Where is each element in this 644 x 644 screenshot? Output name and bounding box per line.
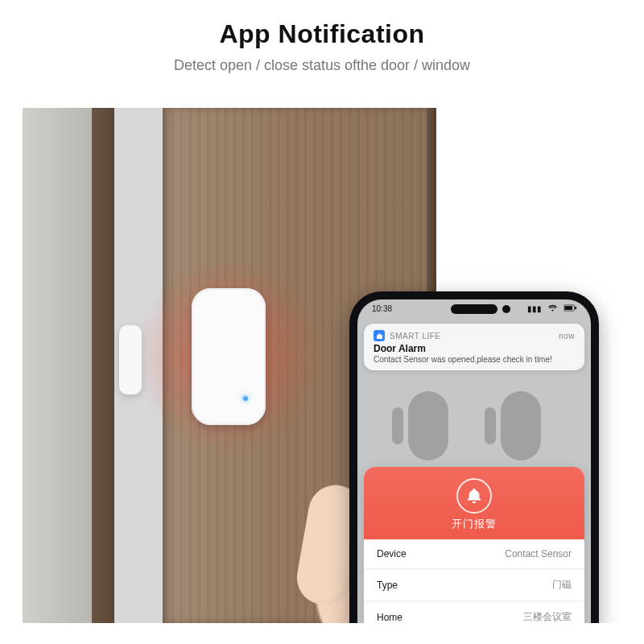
notif-title: Door Alarm bbox=[374, 343, 575, 354]
notif-app-name: SMART LIFE bbox=[390, 332, 441, 341]
door-frame bbox=[92, 108, 114, 623]
phone-screen: 10:38 ▮▮▮ bbox=[357, 299, 591, 623]
page-subtitle: Detect open / close status ofthe door / … bbox=[0, 49, 644, 74]
wall bbox=[23, 108, 92, 623]
sensor-magnet bbox=[119, 325, 142, 394]
status-time: 10:38 bbox=[372, 304, 392, 313]
battery-icon bbox=[564, 304, 576, 313]
page-title: App Notification bbox=[0, 0, 644, 49]
row-device: Device Contact Sensor bbox=[364, 539, 584, 568]
alarm-card-header: 开门报警 bbox=[364, 467, 584, 539]
bell-icon bbox=[456, 478, 492, 514]
sensor-led-icon bbox=[243, 396, 248, 401]
product-photo: 10:38 ▮▮▮ bbox=[23, 108, 621, 623]
frame bbox=[621, 0, 644, 644]
background-shapes bbox=[357, 377, 591, 467]
notif-message: Contact Sensor was opened,please check i… bbox=[374, 355, 575, 364]
signal-icon: ▮▮▮ bbox=[527, 304, 542, 313]
push-notification[interactable]: SMART LIFE now Door Alarm Contact Sensor… bbox=[364, 324, 584, 370]
frame bbox=[0, 623, 644, 644]
header: App Notification Detect open / close sta… bbox=[0, 0, 644, 108]
label-home: Home bbox=[377, 612, 402, 623]
row-type: Type 门磁 bbox=[364, 568, 584, 601]
sensor-body bbox=[192, 288, 266, 425]
phone-mockup: 10:38 ▮▮▮ bbox=[349, 291, 599, 623]
label-type: Type bbox=[377, 580, 398, 591]
camera-cutout bbox=[451, 304, 497, 314]
frame bbox=[0, 0, 23, 644]
value-type: 门磁 bbox=[552, 578, 572, 592]
smartlife-app-icon bbox=[374, 330, 385, 341]
alarm-card-title: 开门报警 bbox=[364, 517, 584, 531]
value-device: Contact Sensor bbox=[505, 548, 572, 559]
svg-rect-1 bbox=[564, 306, 572, 310]
value-home: 三楼会议室 bbox=[523, 610, 572, 623]
svg-rect-2 bbox=[575, 306, 576, 309]
row-home: Home 三楼会议室 bbox=[364, 601, 584, 623]
notif-timestamp: now bbox=[559, 332, 575, 341]
status-icons: ▮▮▮ bbox=[523, 304, 576, 313]
alarm-card: 开门报警 Device Contact Sensor Type 门磁 Home … bbox=[364, 467, 584, 623]
sensor-silhouette bbox=[408, 391, 448, 460]
sensor-silhouette bbox=[501, 391, 541, 460]
label-device: Device bbox=[377, 548, 407, 559]
wifi-icon bbox=[548, 304, 557, 313]
